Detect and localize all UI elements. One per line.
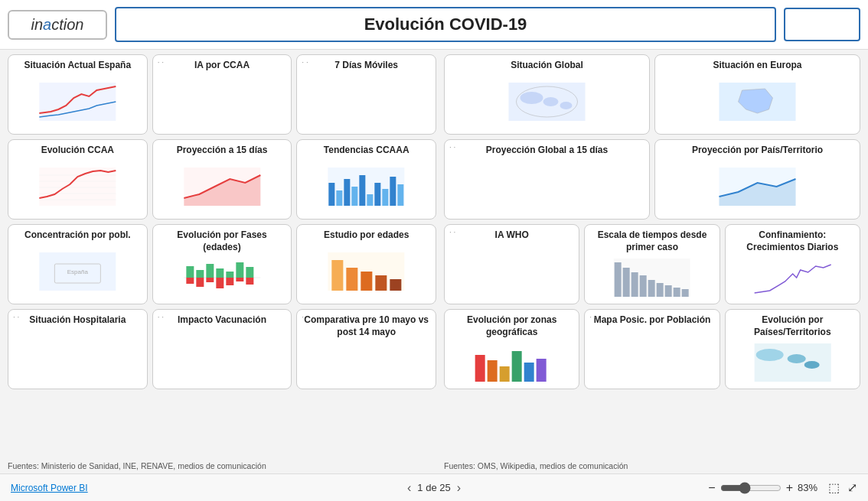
- card-confinamiento-crec[interactable]: Confinamiento: Crecimientos Diarios: [725, 224, 860, 304]
- card-proyeccion-15-dias[interactable]: Proyección a 15 días: [152, 139, 292, 220]
- zoom-extra-icons: ⬚ ⤢: [828, 480, 857, 495]
- fit-page-icon[interactable]: ⬚: [828, 480, 840, 495]
- card-evolucion-paises[interactable]: Evolución por Países/Territorios: [725, 309, 860, 389]
- card-evolucion-fases[interactable]: Evolución por Fases (edades): [152, 224, 292, 304]
- card-title-comparativa-pre-post: Comparativa pre 10 mayo vs post 14 mayo: [303, 314, 429, 338]
- card-thumb-situacion-global: [451, 75, 643, 129]
- svg-rect-65: [475, 355, 485, 382]
- svg-rect-17: [383, 189, 389, 206]
- card-row-right-2: · ·IA WHOEscala de tiempos desde primer …: [444, 224, 860, 304]
- columns-container: Situación Actual España· ·IA por CCAA· ·…: [8, 54, 860, 460]
- svg-rect-40: [332, 260, 344, 291]
- svg-point-48: [543, 97, 559, 106]
- card-ia-who[interactable]: · ·IA WHO: [444, 224, 579, 304]
- card-title-ia-por-ccaa: IA por CCAA: [194, 60, 250, 72]
- card-title-evolucion-paises: Evolución por Países/Territorios: [732, 314, 853, 338]
- card-row-left-0: Situación Actual España· ·IA por CCAA· ·…: [8, 54, 436, 135]
- card-title-tendencias-ccaa: Tendencias CCAAA: [324, 145, 410, 157]
- card-row-left-2: Concentración por pobl.EspañaEvolución p…: [8, 224, 436, 304]
- loading-dots-proyeccion-global-15: · ·: [449, 143, 455, 151]
- card-tendencias-ccaa[interactable]: Tendencias CCAAA: [296, 139, 436, 220]
- svg-rect-55: [623, 268, 630, 297]
- zoom-controls: − + 83% ⬚ ⤢: [708, 480, 857, 495]
- card-row-right-3: Evolución por zonas geográficas· ·Mapa P…: [444, 309, 860, 389]
- svg-rect-57: [640, 275, 647, 297]
- svg-rect-56: [631, 272, 638, 297]
- card-title-proyeccion-pais: Proyección por País/Territorio: [692, 145, 823, 157]
- card-proyeccion-global-15[interactable]: · ·Proyección Global a 15 días: [444, 139, 650, 220]
- svg-rect-15: [367, 194, 374, 206]
- zoom-slider[interactable]: [720, 482, 782, 494]
- main-content: Situación Actual España· ·IA por CCAA· ·…: [0, 50, 868, 473]
- card-situacion-actual-espana[interactable]: Situación Actual España: [8, 54, 148, 135]
- zoom-minus-icon[interactable]: −: [708, 481, 715, 495]
- svg-rect-69: [524, 363, 534, 382]
- fullscreen-icon[interactable]: ⤢: [847, 480, 857, 495]
- card-estudio-edades[interactable]: Estudio por edades: [296, 224, 436, 304]
- loading-dots-ia-por-ccaa: · ·: [158, 58, 164, 67]
- next-page-button[interactable]: ›: [457, 481, 461, 495]
- svg-rect-28: [196, 278, 204, 287]
- card-title-impacto-vacunacion: Impacto Vacunación: [178, 314, 266, 327]
- card-title-7-dias-moviles: 7 Días Móviles: [334, 60, 398, 72]
- card-title-evolucion-zonas: Evolución por zonas geográficas: [451, 314, 573, 338]
- card-situacion-hospitalaria[interactable]: · ·Situación Hospitalaria: [8, 309, 148, 389]
- card-thumb-evolucion-zonas: [451, 341, 573, 384]
- card-row-right-1: · ·Proyección Global a 15 díasProyección…: [444, 139, 860, 220]
- svg-rect-60: [665, 285, 672, 297]
- card-thumb-situacion-europa: [661, 75, 853, 129]
- card-title-proyeccion-global-15: Proyección Global a 15 días: [486, 145, 608, 157]
- card-thumb-proyeccion-15-dias: [159, 160, 286, 214]
- card-proyeccion-pais[interactable]: Proyección por País/Territorio: [654, 139, 860, 220]
- svg-point-72: [755, 349, 783, 361]
- powerbi-link[interactable]: Microsoft Power BI: [11, 483, 88, 493]
- card-escala-tiempos[interactable]: Escala de tiempos desde primer caso: [584, 224, 720, 304]
- svg-rect-35: [236, 262, 243, 278]
- card-title-situacion-hospitalaria: Situación Hospitalaria: [29, 314, 126, 327]
- right-column: Situación GlobalSituación en Europa· ·Pr…: [444, 54, 860, 460]
- svg-rect-30: [206, 278, 214, 282]
- card-row-left-1: Evolución CCAAProyección a 15 díasTenden…: [8, 139, 436, 220]
- card-evolucion-zonas[interactable]: Evolución por zonas geográficas: [444, 309, 579, 389]
- card-row-right-0: Situación GlobalSituación en Europa: [444, 54, 860, 135]
- card-row-left-3: · ·Situación Hospitalaria· ·Impacto Vacu…: [8, 309, 436, 389]
- card-impacto-vacunacion[interactable]: · ·Impacto Vacunación: [152, 309, 292, 389]
- card-title-estudio-edades: Estudio por edades: [324, 229, 409, 242]
- svg-rect-29: [206, 264, 214, 278]
- loading-dots-ia-who: · ·: [449, 228, 455, 236]
- card-situacion-global[interactable]: Situación Global: [444, 54, 650, 135]
- card-thumb-evolucion-ccaa: [15, 160, 141, 214]
- svg-rect-62: [682, 289, 689, 297]
- zoom-plus-icon[interactable]: +: [786, 481, 793, 495]
- svg-text:España: España: [67, 268, 89, 275]
- card-thumb-confinamiento-crec: [732, 256, 853, 299]
- svg-rect-14: [360, 175, 366, 206]
- card-mapa-posic-poblacion[interactable]: · ·Mapa Posic. por Población: [584, 309, 720, 389]
- prev-page-button[interactable]: ‹: [407, 481, 411, 495]
- card-ia-por-ccaa[interactable]: · ·IA por CCAA: [152, 54, 292, 135]
- header: inaction Evolución COVID-19: [0, 0, 868, 50]
- svg-rect-61: [674, 288, 680, 297]
- svg-rect-13: [352, 187, 358, 206]
- svg-rect-44: [390, 279, 402, 291]
- bottom-bar-inner: Microsoft Power BI ‹ 1 de 25 › − + 83% ⬚…: [11, 480, 857, 495]
- card-7-dias-moviles[interactable]: · ·7 Días Móviles: [296, 54, 436, 135]
- svg-rect-59: [657, 283, 664, 297]
- header-right-box: [784, 8, 860, 41]
- loading-dots-7-dias-moviles: · ·: [302, 58, 308, 67]
- card-thumb-evolucion-fases: [159, 256, 286, 299]
- svg-rect-10: [329, 183, 335, 206]
- card-thumb-proyeccion-pais: [661, 160, 853, 214]
- logo: inaction: [8, 10, 107, 40]
- svg-rect-70: [537, 359, 547, 382]
- card-title-confinamiento-crec: Confinamiento: Crecimientos Diarios: [732, 229, 853, 253]
- card-title-situacion-europa: Situación en Europa: [713, 60, 801, 72]
- svg-rect-1: [39, 168, 116, 206]
- svg-rect-11: [337, 190, 343, 206]
- card-evolucion-ccaa[interactable]: Evolución CCAA: [8, 139, 148, 220]
- card-title-situacion-actual-espana: Situación Actual España: [24, 60, 132, 72]
- card-comparativa-pre-post[interactable]: · ·Comparativa pre 10 mayo vs post 14 ma…: [296, 309, 436, 389]
- svg-rect-54: [615, 262, 622, 297]
- card-situacion-europa[interactable]: Situación en Europa: [654, 54, 860, 135]
- card-concentracion-pobl[interactable]: Concentración por pobl.España: [8, 224, 148, 304]
